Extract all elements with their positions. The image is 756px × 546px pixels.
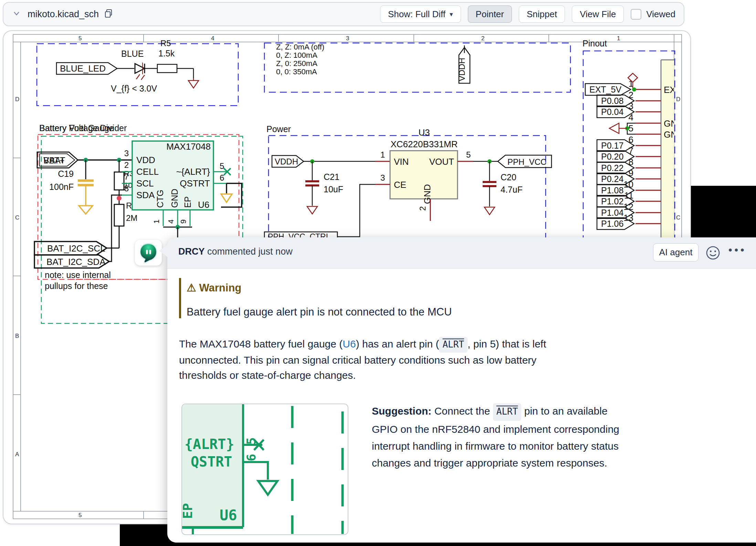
power-title: Power [266, 124, 291, 134]
svg-text:C: C [15, 214, 19, 221]
c20-capacitor [483, 182, 496, 186]
comment-tail [159, 244, 168, 257]
warning-title: ⚠ Warning [187, 281, 675, 294]
svg-text:4: 4 [167, 220, 175, 224]
pullup-note-1: note: use internal [45, 270, 111, 280]
gnd-symbol [307, 206, 317, 214]
svg-text:Z, Z: 0mA (off): Z, Z: 0mA (off) [276, 43, 324, 51]
ai-agent-button[interactable]: AI agent [653, 243, 699, 261]
svg-text:B: B [15, 333, 19, 339]
c19-capacitor [78, 181, 94, 214]
gauge-title-old: Battery Voltage Divider [39, 123, 127, 133]
svg-text:{ALRT}: {ALRT} [185, 436, 234, 452]
svg-text:GND: GND [170, 189, 179, 208]
svg-text:C19: C19 [58, 169, 74, 179]
svg-text:2: 2 [481, 35, 484, 42]
vf-note: V_{f} < 3.0V [111, 84, 157, 93]
chevron-down-icon[interactable] [12, 9, 21, 20]
svg-text:D: D [15, 96, 19, 103]
svg-text:P1.04: P1.04 [601, 208, 623, 217]
net-bat-i2c-sda: BAT_I2C_SDA [46, 257, 106, 267]
copy-icon[interactable] [104, 8, 114, 20]
file-header-bar: mikoto.kicad_sch Show: Full Diff ▾ Point… [3, 2, 684, 26]
view-file-label: View File [580, 9, 616, 20]
warning-icon: ⚠ [187, 282, 196, 294]
svg-text:P0.08: P0.08 [601, 96, 623, 106]
u6-ref: U6 [198, 200, 209, 210]
alrt-code-chip: ALRT [493, 403, 522, 421]
svg-text:5: 5 [78, 35, 82, 42]
svg-text:P0.24: P0.24 [601, 174, 623, 184]
gnd-symbol [258, 481, 277, 495]
svg-text:5: 5 [78, 512, 82, 518]
svg-text:1: 1 [152, 220, 161, 224]
comment-header: DRCY commented just now AI agent ••• [167, 237, 756, 269]
svg-text:QSTRT: QSTRT [191, 454, 232, 470]
svg-text:P1.02: P1.02 [601, 196, 623, 206]
net-vddh: VDDH [275, 157, 298, 166]
svg-text:3: 3 [124, 149, 129, 158]
svg-text:6: 6 [220, 173, 224, 182]
svg-text:1: 1 [617, 35, 620, 42]
snippet-button[interactable]: Snippet [519, 6, 565, 23]
viewed-checkbox[interactable] [631, 9, 641, 20]
comment-action: commented just now [207, 246, 293, 257]
emoji-reaction-icon[interactable] [705, 245, 721, 261]
gnd-gold [221, 194, 232, 202]
svg-text:5: 5 [220, 161, 224, 171]
u6-link[interactable]: U6 [343, 338, 356, 350]
svg-text:SDA: SDA [136, 190, 155, 200]
c21-capacitor [305, 181, 319, 185]
pointer-label: Pointer [476, 9, 504, 20]
svg-text:9: 9 [179, 220, 188, 224]
net-bat-i2c-scl: BAT_I2C_SCL [47, 243, 105, 254]
show-diff-dropdown[interactable]: Show: Full Diff ▾ [380, 6, 461, 23]
comment-author: DRCY [178, 246, 205, 257]
svg-text:3: 3 [380, 173, 385, 182]
warning-block: ⚠ Warning Battery fuel gauge alert pin i… [179, 278, 675, 318]
r4-resistor [114, 204, 124, 226]
svg-text:2: 2 [124, 160, 129, 170]
svg-text:~{ALRT}: ~{ALRT} [176, 167, 210, 177]
u3-part: XC6220B331MR [390, 139, 458, 149]
r5-ref: R5 [160, 39, 171, 48]
review-comment-card: DRCY commented just now AI agent ••• ⚠ W… [167, 237, 756, 543]
ai-agent-label: AI agent [659, 247, 693, 258]
svg-text:EP: EP [183, 196, 192, 208]
svg-text:SCL: SCL [136, 178, 154, 189]
net-bat-plus: BAT+ [43, 156, 64, 165]
svg-text:C21: C21 [324, 172, 339, 182]
led-section: BLUE_LED BLUE R5 1.5k V_{f} < 3.0V [37, 39, 238, 106]
viewed-label: Viewed [646, 9, 675, 20]
svg-text:EXT: EXT [664, 85, 681, 95]
r5-value: 1.5k [158, 49, 175, 58]
svg-text:U6: U6 [220, 507, 237, 524]
pointer-button[interactable]: Pointer [468, 6, 512, 23]
file-name: mikoto.kicad_sch [28, 9, 99, 20]
show-diff-label: Show: Full Diff [388, 9, 445, 20]
svg-text:5: 5 [466, 150, 471, 159]
svg-text:3: 3 [346, 35, 349, 42]
svg-text:QSTRT: QSTRT [180, 178, 210, 189]
gnd-symbol [484, 207, 495, 215]
net-pph-vcc: PPH_VCC [507, 157, 546, 167]
more-options-icon[interactable]: ••• [728, 244, 747, 256]
avatar[interactable] [135, 240, 162, 266]
pullup-note-2: pullups for these [45, 281, 108, 291]
mascot-icon [138, 242, 159, 264]
schematic-snippet-image[interactable]: {ALRT} QSTRT 5 6 EP U6 [181, 404, 348, 535]
svg-text:0, 0: 350mA: 0, 0: 350mA [276, 67, 317, 76]
snippet-drawing: {ALRT} QSTRT 5 6 EP U6 [182, 404, 348, 535]
alrt-code-chip: ALRT [439, 337, 468, 353]
svg-text:EP: EP [182, 503, 195, 519]
comment-byline: DRCY commented just now [178, 246, 293, 257]
pinout-title: Pinout [582, 39, 607, 48]
svg-text:P0.04: P0.04 [601, 107, 623, 117]
svg-text:D: D [676, 96, 680, 103]
svg-text:CE: CE [394, 180, 406, 190]
view-file-button[interactable]: View File [572, 6, 624, 23]
svg-text:A: A [15, 451, 19, 458]
gnd-arrow [609, 123, 619, 133]
svg-text:2M: 2M [126, 213, 137, 223]
gnd-symbol [188, 78, 199, 88]
